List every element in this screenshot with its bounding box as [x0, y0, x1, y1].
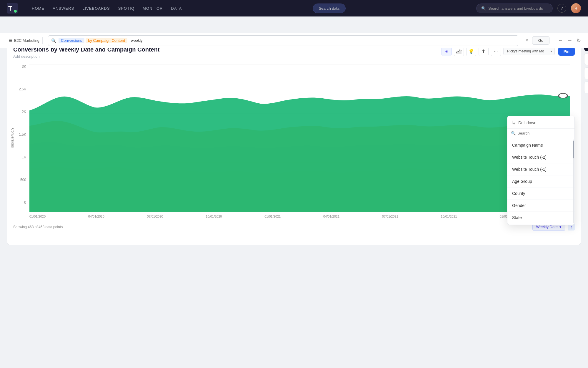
x-axis: 01/01/2020 04/01/2020 07/01/2020 10/01/2… [29, 213, 570, 219]
x-tick-3: 10/01/2020 [206, 215, 222, 218]
search-tag-weekly[interactable]: weekly [129, 38, 145, 43]
x-tick-5: 04/01/2021 [323, 215, 339, 218]
svg-text:T: T [8, 5, 12, 12]
help-button[interactable]: ? [557, 4, 566, 13]
search-tag-campaign[interactable]: by Campaign Content [86, 38, 127, 43]
weekly-date-label: Weekly Date [536, 225, 558, 229]
scrollbar-thumb[interactable] [573, 141, 574, 158]
more-icon: ··· [494, 49, 498, 54]
drill-panel-header: ↳ Drill down [507, 116, 574, 129]
x-tick-4: 01/01/2021 [264, 215, 281, 218]
datasource-name: B2C Marketing [14, 38, 39, 43]
nav-home[interactable]: HOME [32, 6, 44, 11]
refresh-button[interactable]: ↻ [575, 36, 582, 45]
drill-item-campaign-name[interactable]: Campaign Name [507, 139, 574, 151]
settings-button[interactable]: ⚙ [584, 53, 588, 65]
chart-footer: Showing 468 of 468 data points Weekly Da… [13, 223, 575, 231]
nav-spotiq[interactable]: SPOTIQ [118, 6, 134, 11]
clear-button[interactable]: × [524, 36, 530, 45]
y-tick-500: 500 [16, 178, 26, 182]
nav-center: Search data [191, 4, 467, 13]
nav-right: 🔍 Search answers and Liveboards ? R [476, 3, 581, 13]
svg-marker-3 [456, 50, 462, 54]
go-button[interactable]: Go [532, 36, 549, 45]
pin-dropdown[interactable]: Rickys meeting with Mo ▾ [503, 47, 555, 55]
main-content: Conversions by Weekly Date and Campaign … [0, 32, 588, 252]
x-tick-7: 10/01/2021 [441, 215, 457, 218]
drill-item-state[interactable]: State [507, 212, 574, 223]
forward-button[interactable]: → [566, 36, 574, 45]
top-navigation: T HOME ANSWERS LIVEBOARDS SPOTIQ MONITOR… [0, 0, 588, 16]
drill-search-area[interactable]: 🔍 [507, 129, 574, 138]
x-tick-2: 07/01/2020 [147, 215, 163, 218]
pin-dropdown-text: Rickys meeting with Mo [504, 47, 548, 55]
nav-links: HOME ANSWERS LIVEBOARDS SPOTIQ MONITOR D… [32, 6, 182, 11]
y-axis: 0 500 1K 1.5K 2K 2.5K 3K [16, 64, 26, 205]
nav-monitor[interactable]: MONITOR [143, 6, 163, 11]
search-icon-small: 🔍 [51, 38, 56, 43]
search-tag-conversions[interactable]: Conversions [59, 38, 84, 43]
search-data-button[interactable]: Search data [313, 4, 346, 13]
data-points-label: Showing 468 of 468 data points [13, 225, 63, 229]
drill-label: Drill down [518, 120, 536, 125]
drill-search-input[interactable] [517, 131, 571, 135]
chart-svg-area: 01/01/2020 04/01/2020 07/01/2020 10/01/2… [29, 64, 570, 219]
chart-card: Conversions by Weekly Date and Campaign … [7, 39, 581, 245]
search-icon: 🔍 [481, 6, 486, 11]
drill-down-panel: ↳ Drill down 🔍 Campaign Name Website Tou… [507, 116, 575, 225]
drill-item-website-touch-2[interactable]: Website Touch (-2) [507, 151, 574, 163]
datasource-icon: ☰ [9, 38, 12, 43]
search-area[interactable]: 🔍 Conversions by Campaign Content weekly [48, 35, 518, 46]
area-chart-icon [456, 49, 462, 54]
dropdown-icon: ▾ [559, 225, 562, 229]
area-chart-svg [29, 64, 570, 212]
x-tick-6: 07/01/2021 [382, 215, 398, 218]
y-tick-0: 0 [16, 200, 26, 205]
sub-nav-actions: × Go [524, 36, 549, 45]
nav-liveboards[interactable]: LIVEBOARDS [82, 6, 110, 11]
drill-search-icon: 🔍 [511, 131, 516, 135]
nav-answers[interactable]: ANSWERS [53, 6, 74, 11]
y-axis-label: Conversions [10, 70, 15, 206]
x-tick-1: 04/01/2020 [88, 215, 104, 218]
lightning-button[interactable]: ⚡ [584, 82, 588, 93]
drill-item-age-group[interactable]: Age Group [507, 175, 574, 188]
y-tick-1-5k: 1.5K [16, 132, 26, 137]
search-answers-placeholder: Search answers and Liveboards [488, 6, 543, 11]
y-tick-2-5k: 2.5K [16, 87, 26, 91]
pin-dropdown-arrow[interactable]: ▾ [548, 48, 554, 55]
chart-subtitle[interactable]: Add description [13, 54, 160, 59]
lightning-icon: ⚡ [587, 84, 588, 91]
drill-item-gender[interactable]: Gender [507, 200, 574, 212]
y-tick-1k: 1K [16, 155, 26, 159]
chart-area-wrapper: 0 500 1K 1.5K 2K 2.5K 3K Conversions [13, 64, 575, 219]
share-icon: ⬆ [482, 49, 485, 54]
drill-icon: ↳ [512, 120, 516, 126]
x-tick-0: 01/01/2020 [29, 215, 46, 218]
svg-point-2 [14, 10, 17, 13]
scrollbar[interactable] [573, 140, 574, 223]
info-button[interactable]: ℹ [584, 67, 588, 79]
lightbulb-icon: 💡 [468, 49, 474, 54]
drill-list: Campaign Name Website Touch (-2) Website… [507, 138, 574, 225]
svg-point-10 [559, 93, 567, 98]
avatar[interactable]: R [571, 3, 581, 13]
nav-arrow-buttons: ← → ↻ [557, 36, 582, 45]
y-tick-3k: 3K [16, 64, 26, 69]
drill-item-website-touch-1[interactable]: Website Touch (-1) [507, 163, 574, 175]
datasource-label[interactable]: ☰ B2C Marketing [6, 37, 43, 44]
drill-item-county[interactable]: County [507, 188, 574, 200]
y-tick-2k: 2K [16, 110, 26, 114]
back-button[interactable]: ← [557, 36, 564, 45]
logo[interactable]: T [7, 3, 18, 14]
sub-navigation: ☰ B2C Marketing 🔍 Conversions by Campaig… [0, 33, 588, 48]
table-icon: ⊞ [444, 49, 448, 54]
nav-data[interactable]: DATA [171, 6, 182, 11]
search-answers-input[interactable]: 🔍 Search answers and Liveboards [476, 4, 553, 13]
